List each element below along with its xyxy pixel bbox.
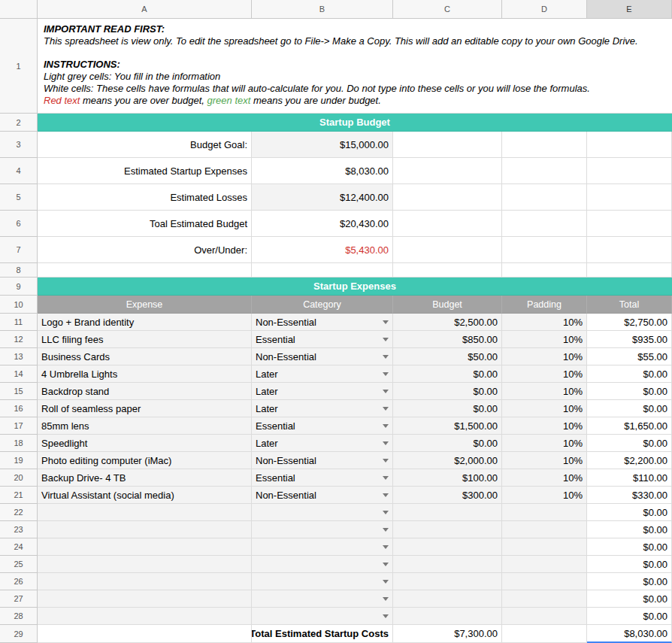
- dropdown-arrow-icon[interactable]: [383, 441, 389, 445]
- expense-name-cell[interactable]: [38, 521, 252, 538]
- total-cell[interactable]: $0.00: [587, 521, 672, 538]
- budget-cell[interactable]: $2,500.00: [393, 314, 502, 331]
- row-header-26[interactable]: 26: [0, 573, 38, 590]
- total-budget-cell[interactable]: $7,300.00: [393, 625, 502, 643]
- category-cell[interactable]: Non-Essential: [252, 452, 393, 469]
- total-cell[interactable]: $935.00: [587, 331, 672, 348]
- budget-value-cell[interactable]: $12,400.00: [252, 184, 393, 211]
- empty-cell[interactable]: [393, 132, 502, 158]
- row-header-19[interactable]: 19: [0, 452, 38, 469]
- total-costs-label[interactable]: Total Estimated Startup Costs: [252, 625, 393, 643]
- total-cell[interactable]: $0.00: [587, 538, 672, 556]
- budget-label-cell[interactable]: Estimated Losses: [38, 184, 252, 211]
- dropdown-arrow-icon[interactable]: [383, 511, 389, 514]
- budget-cell[interactable]: [393, 521, 502, 538]
- padding-cell[interactable]: [502, 504, 587, 521]
- row-header-25[interactable]: 25: [0, 556, 38, 573]
- padding-cell[interactable]: [502, 573, 587, 590]
- total-cell[interactable]: $0.00: [587, 573, 672, 590]
- column-title-budget[interactable]: Budget: [393, 296, 502, 314]
- empty-cell[interactable]: [502, 237, 587, 263]
- expense-name-cell[interactable]: Roll of seamless paper: [38, 400, 252, 417]
- row-header-24[interactable]: 24: [0, 538, 38, 556]
- row-header-14[interactable]: 14: [0, 365, 38, 383]
- budget-cell[interactable]: $50.00: [393, 348, 502, 365]
- dropdown-arrow-icon[interactable]: [383, 424, 389, 428]
- empty-cell[interactable]: [587, 237, 672, 263]
- category-cell[interactable]: [252, 590, 393, 608]
- empty-cell[interactable]: [393, 263, 502, 278]
- category-cell[interactable]: [252, 573, 393, 590]
- expense-name-cell[interactable]: LLC filing fees: [38, 331, 252, 348]
- row-header-11[interactable]: 11: [0, 314, 38, 331]
- column-header-D[interactable]: D: [502, 0, 587, 19]
- expense-name-cell[interactable]: Logo + Brand identity: [38, 314, 252, 331]
- expense-name-cell[interactable]: Business Cards: [38, 348, 252, 365]
- expense-name-cell[interactable]: [38, 608, 252, 625]
- budget-value-cell[interactable]: $15,000.00: [252, 132, 393, 158]
- budget-cell[interactable]: $0.00: [393, 400, 502, 417]
- budget-cell[interactable]: $0.00: [393, 365, 502, 383]
- empty-cell[interactable]: [587, 158, 672, 184]
- row-header-22[interactable]: 22: [0, 504, 38, 521]
- total-cell[interactable]: $55.00: [587, 348, 672, 365]
- expenses-banner[interactable]: Startup Expenses: [38, 278, 672, 296]
- row-header-9[interactable]: 9: [0, 278, 38, 296]
- expense-name-cell[interactable]: [38, 538, 252, 556]
- dropdown-arrow-icon[interactable]: [383, 355, 389, 359]
- dropdown-arrow-icon[interactable]: [383, 563, 389, 566]
- budget-cell[interactable]: [393, 590, 502, 608]
- dropdown-arrow-icon[interactable]: [383, 390, 389, 393]
- padding-cell[interactable]: 10%: [502, 365, 587, 383]
- column-title-expense[interactable]: Expense: [38, 296, 252, 314]
- category-cell[interactable]: Essential: [252, 417, 393, 435]
- column-header-C[interactable]: C: [393, 0, 502, 19]
- select-all-corner[interactable]: [0, 0, 38, 19]
- budget-value-cell[interactable]: $20,430.00: [252, 211, 393, 237]
- total-cell[interactable]: $2,750.00: [587, 314, 672, 331]
- expense-name-cell[interactable]: 4 Umbrella Lights: [38, 365, 252, 383]
- budget-cell[interactable]: $1,500.00: [393, 417, 502, 435]
- empty-cell[interactable]: [393, 237, 502, 263]
- total-cell[interactable]: $2,200.00: [587, 452, 672, 469]
- dropdown-arrow-icon[interactable]: [383, 597, 389, 601]
- row-header-29[interactable]: 29: [0, 625, 38, 643]
- category-cell[interactable]: Non-Essential: [252, 348, 393, 365]
- dropdown-arrow-icon[interactable]: [383, 320, 389, 324]
- total-cell[interactable]: $110.00: [587, 469, 672, 487]
- budget-cell[interactable]: $2,000.00: [393, 452, 502, 469]
- row-header-10[interactable]: 10: [0, 296, 38, 314]
- row-header-16[interactable]: 16: [0, 400, 38, 417]
- dropdown-arrow-icon[interactable]: [383, 459, 389, 463]
- category-cell[interactable]: Essential: [252, 331, 393, 348]
- column-header-A[interactable]: A: [38, 0, 252, 19]
- total-cell[interactable]: $0.00: [587, 365, 672, 383]
- expense-name-cell[interactable]: [38, 573, 252, 590]
- total-cell[interactable]: $330.00: [587, 487, 672, 504]
- padding-cell[interactable]: 10%: [502, 487, 587, 504]
- total-cell[interactable]: $1,650.00: [587, 417, 672, 435]
- category-cell[interactable]: Non-Essential: [252, 487, 393, 504]
- empty-cell[interactable]: [587, 132, 672, 158]
- budget-value-cell[interactable]: $8,030.00: [252, 158, 393, 184]
- instructions-cell[interactable]: IMPORTANT READ FIRST: This spreadsheet i…: [38, 19, 672, 114]
- row-header-2[interactable]: 2: [0, 114, 38, 132]
- dropdown-arrow-icon[interactable]: [383, 493, 389, 497]
- category-cell[interactable]: [252, 608, 393, 625]
- empty-cell[interactable]: [502, 263, 587, 278]
- total-cell[interactable]: $0.00: [587, 435, 672, 452]
- expense-name-cell[interactable]: [38, 556, 252, 573]
- row-header-8[interactable]: 8: [0, 263, 38, 278]
- padding-cell[interactable]: 10%: [502, 417, 587, 435]
- row-header-4[interactable]: 4: [0, 158, 38, 184]
- empty-cell[interactable]: [502, 132, 587, 158]
- expense-name-cell[interactable]: Virtual Assistant (social media): [38, 487, 252, 504]
- padding-cell[interactable]: [502, 521, 587, 538]
- empty-cell[interactable]: [502, 184, 587, 211]
- total-cell[interactable]: $0.00: [587, 504, 672, 521]
- row-header-17[interactable]: 17: [0, 417, 38, 435]
- expense-name-cell[interactable]: Backup Drive- 4 TB: [38, 469, 252, 487]
- row-header-23[interactable]: 23: [0, 521, 38, 538]
- row-header-20[interactable]: 20: [0, 469, 38, 487]
- padding-cell[interactable]: 10%: [502, 331, 587, 348]
